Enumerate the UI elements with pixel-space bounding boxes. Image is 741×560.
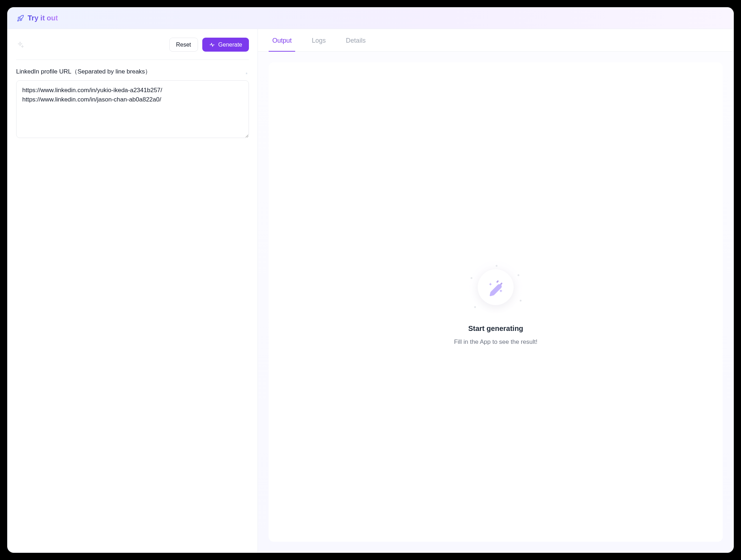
reset-button-label: Reset <box>176 41 191 48</box>
empty-state-title: Start generating <box>468 324 523 333</box>
header-bar: Try it out <box>8 8 733 29</box>
linkedin-field: LinkedIn profile URL（Separated by line b… <box>16 67 249 139</box>
magic-wand-icon <box>487 278 505 296</box>
tab-details-label: Details <box>346 37 365 44</box>
right-panel: Output Logs Details <box>258 29 733 552</box>
empty-state-subtitle: Fill in the App to see the result! <box>454 338 537 346</box>
generate-button[interactable]: Generate <box>202 38 249 52</box>
tab-output-label: Output <box>272 37 292 44</box>
output-area: Start generating Fill in the App to see … <box>258 52 733 552</box>
linkedin-field-label: LinkedIn profile URL（Separated by line b… <box>16 67 249 76</box>
left-toolbar: Reset Generate <box>16 38 249 60</box>
sparkle-icon <box>16 41 24 49</box>
tab-details[interactable]: Details <box>342 29 369 52</box>
app-window: Try it out Reset Genera <box>7 7 734 553</box>
rocket-icon <box>17 15 24 22</box>
linkedin-url-input[interactable] <box>16 80 249 138</box>
tab-logs[interactable]: Logs <box>308 29 329 52</box>
empty-state-illustration <box>467 258 524 316</box>
generate-icon <box>209 42 216 48</box>
output-card: Start generating Fill in the App to see … <box>269 62 723 542</box>
tab-output[interactable]: Output <box>269 29 295 52</box>
tab-logs-label: Logs <box>312 37 326 44</box>
wand-badge <box>478 269 514 305</box>
generate-button-label: Generate <box>218 41 242 48</box>
header-title: Try it out <box>28 14 58 22</box>
left-panel: Reset Generate LinkedIn profile URL（Sepa… <box>8 29 258 552</box>
main-split: Reset Generate LinkedIn profile URL（Sepa… <box>8 29 733 552</box>
reset-button[interactable]: Reset <box>169 38 198 52</box>
tabs: Output Logs Details <box>258 29 733 52</box>
